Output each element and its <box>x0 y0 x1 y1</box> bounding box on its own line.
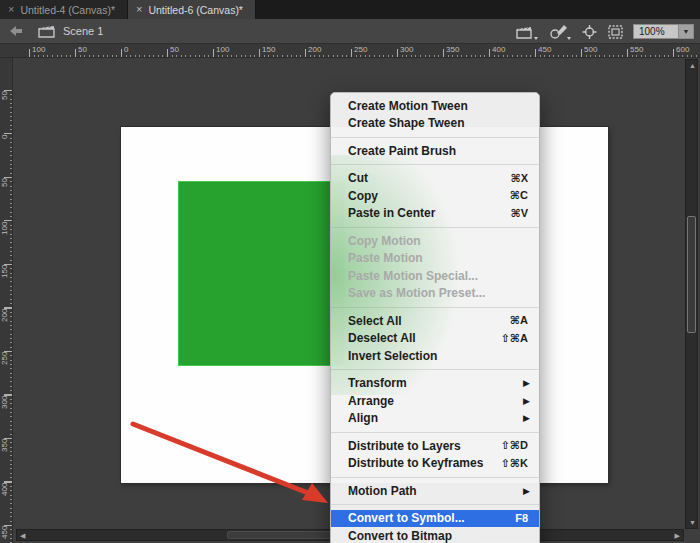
menu-item-label: Create Shape Tween <box>348 116 528 130</box>
menu-item-paste-in-center[interactable]: Paste in Center⌘V <box>331 205 539 223</box>
menu-item-label: Distribute to Keyframes <box>348 456 501 470</box>
menu-item-convert-to-bitmap[interactable]: Convert to Bitmap <box>331 527 539 543</box>
menu-item-label: Copy Motion <box>348 234 528 248</box>
menu-item-convert-to-symbol[interactable]: Convert to Symbol...F8 <box>331 510 539 528</box>
ruler-tick-label: 200 <box>308 45 321 54</box>
ruler-tick-label: 550 <box>630 45 643 54</box>
menu-item-deselect-all[interactable]: Deselect All⇧⌘A <box>331 330 539 348</box>
menu-item-cut[interactable]: Cut⌘X <box>331 170 539 188</box>
menu-item-copy[interactable]: Copy⌘C <box>331 187 539 205</box>
clip-content-icon[interactable] <box>607 24 624 40</box>
scroll-down-icon[interactable]: ▼ <box>689 519 696 526</box>
menu-item-shortcut: ⌘A <box>510 314 528 327</box>
vertical-scrollbar[interactable]: ▲ ▼ <box>685 59 698 529</box>
menu-separator <box>331 307 539 308</box>
vertical-scroll-thumb[interactable] <box>687 216 696 333</box>
menu-item-distribute-to-layers[interactable]: Distribute to Layers⇧⌘D <box>331 437 539 455</box>
menu-item-align[interactable]: Align▶ <box>331 410 539 428</box>
menu-item-select-all[interactable]: Select All⌘A <box>331 312 539 330</box>
submenu-arrow-icon: ▶ <box>523 413 530 423</box>
edit-symbols-icon[interactable] <box>548 24 572 40</box>
edit-bar: Scene 1 <box>0 19 700 44</box>
scroll-right-icon[interactable]: ▶ <box>675 532 680 539</box>
menu-item-transform[interactable]: Transform▶ <box>331 375 539 393</box>
close-icon[interactable]: × <box>136 4 142 15</box>
menu-item-label: Copy <box>348 189 510 203</box>
menu-separator <box>331 137 539 138</box>
scene-breadcrumb[interactable]: Scene 1 <box>63 25 103 37</box>
menu-item-label: Select All <box>348 314 510 328</box>
ruler-tick-label: 350 <box>446 45 459 54</box>
menu-item-label: Paste in Center <box>348 206 510 220</box>
menu-separator <box>331 477 539 478</box>
menu-item-label: Save as Motion Preset... <box>348 286 528 300</box>
close-icon[interactable]: × <box>8 4 14 15</box>
ruler-tick-label: 50 <box>0 178 10 212</box>
ruler-tick-label: 600 <box>676 45 689 54</box>
edit-scene-icon[interactable] <box>515 24 539 40</box>
menu-item-shortcut: ⇧⌘A <box>501 332 528 345</box>
ruler-tick-label: 50 <box>78 45 87 54</box>
ruler-tick-label: 50 <box>170 45 179 54</box>
menu-item-label: Invert Selection <box>348 349 528 363</box>
document-tab-bar: × Untitled-4 (Canvas)* × Untitled-6 (Can… <box>0 0 700 19</box>
menu-item-label: Convert to Symbol... <box>348 511 515 525</box>
ruler-tick-label: 0 <box>0 135 10 169</box>
scroll-up-icon[interactable]: ▲ <box>689 62 696 69</box>
menu-item-label: Distribute to Layers <box>348 439 501 453</box>
ruler-tick-label: 100 <box>216 45 229 54</box>
menu-item-create-paint-brush[interactable]: Create Paint Brush <box>331 142 539 160</box>
ruler-tick-label: 100 <box>32 45 45 54</box>
menu-item-arrange[interactable]: Arrange▶ <box>331 392 539 410</box>
ruler-tick-label: 200 <box>0 309 10 343</box>
ruler-tick-label: 350 <box>0 439 10 473</box>
chevron-down-icon[interactable]: ▼ <box>679 24 694 39</box>
back-arrow-icon[interactable] <box>8 24 24 38</box>
menu-separator <box>331 504 539 505</box>
ruler-tick-label: 400 <box>0 483 10 517</box>
menu-separator <box>331 432 539 433</box>
menu-item-label: Paste Motion Special... <box>348 269 528 283</box>
menu-item-label: Transform <box>348 376 523 390</box>
menu-item-label: Align <box>348 411 523 425</box>
ruler-tick-label: 500 <box>584 45 597 54</box>
selected-green-rectangle[interactable] <box>179 182 344 365</box>
zoom-level-value[interactable]: 100% <box>633 24 679 39</box>
submenu-arrow-icon: ▶ <box>523 378 530 388</box>
horizontal-ruler: 1005005010015020025030035040045050055060… <box>0 44 700 58</box>
document-tab-untitled-4[interactable]: × Untitled-4 (Canvas)* <box>0 0 128 19</box>
menu-item-label: Create Paint Brush <box>348 144 528 158</box>
menu-item-invert-selection[interactable]: Invert Selection <box>331 347 539 365</box>
menu-item-create-motion-tween[interactable]: Create Motion Tween <box>331 97 539 115</box>
menu-item-save-as-motion-preset: Save as Motion Preset... <box>331 285 539 303</box>
menu-item-create-shape-tween[interactable]: Create Shape Tween <box>331 115 539 133</box>
menu-item-label: Convert to Bitmap <box>348 529 528 543</box>
ruler-tick-label: 0 <box>124 45 128 54</box>
menu-separator <box>331 227 539 228</box>
document-tab-untitled-6[interactable]: × Untitled-6 (Canvas)* <box>128 0 256 19</box>
context-menu: Create Motion TweenCreate Shape TweenCre… <box>330 92 540 543</box>
menu-item-paste-motion: Paste Motion <box>331 250 539 268</box>
ruler-tick-label: 300 <box>0 396 10 430</box>
menu-item-shortcut: ⌘X <box>510 172 528 185</box>
tab-label: Untitled-6 (Canvas)* <box>148 4 243 16</box>
menu-item-label: Deselect All <box>348 331 501 345</box>
menu-item-shortcut: ⇧⌘K <box>501 457 528 470</box>
ruler-tick-label: 50 <box>0 91 10 125</box>
menu-item-label: Cut <box>348 171 510 185</box>
ruler-tick-label: 400 <box>492 45 505 54</box>
menu-item-label: Arrange <box>348 394 523 408</box>
zoom-dropdown[interactable]: 100% ▼ <box>633 24 694 39</box>
menu-item-shortcut: ⇧⌘D <box>501 439 528 452</box>
scroll-left-icon[interactable]: ◀ <box>20 532 25 539</box>
center-stage-icon[interactable] <box>581 24 598 40</box>
menu-item-distribute-to-keyframes[interactable]: Distribute to Keyframes⇧⌘K <box>331 455 539 473</box>
animate-window: × Untitled-4 (Canvas)* × Untitled-6 (Can… <box>0 0 700 543</box>
ruler-tick-label: 100 <box>0 222 10 256</box>
menu-item-shortcut: ⌘C <box>510 189 528 202</box>
menu-item-label: Create Motion Tween <box>348 99 528 113</box>
submenu-arrow-icon: ▶ <box>523 486 530 496</box>
menu-item-motion-path[interactable]: Motion Path▶ <box>331 482 539 500</box>
menu-item-paste-motion-special: Paste Motion Special... <box>331 267 539 285</box>
vertical-ruler: 50050100150200250300350400450 <box>0 58 13 543</box>
